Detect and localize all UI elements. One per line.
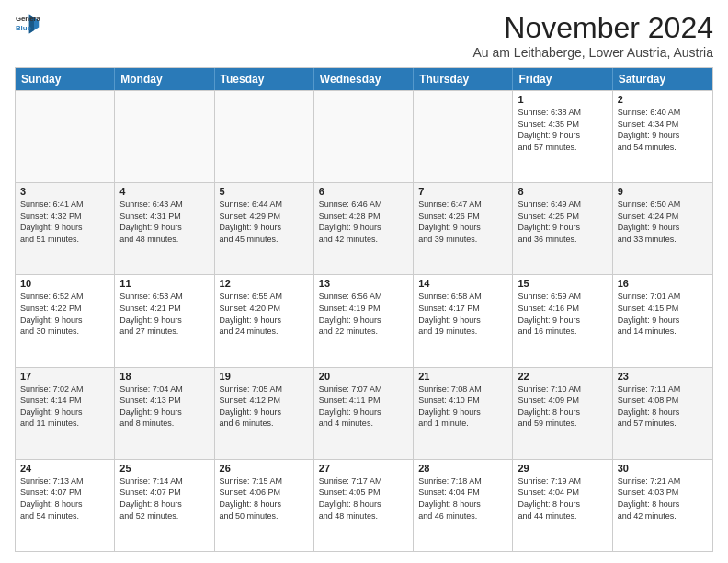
logo-icon: General Blue [15,11,40,37]
cal-cell: 7Sunrise: 6:47 AM Sunset: 4:26 PM Daylig… [414,183,513,274]
day-number: 28 [418,463,507,474]
day-number: 27 [319,463,408,474]
header-day-saturday: Saturday [613,68,712,90]
cal-cell [215,91,314,182]
day-info: Sunrise: 7:07 AM Sunset: 4:11 PM Dayligh… [319,384,408,430]
calendar-header: SundayMondayTuesdayWednesdayThursdayFrid… [16,68,712,90]
cal-cell: 16Sunrise: 7:01 AM Sunset: 4:15 PM Dayli… [613,275,712,366]
day-number: 3 [20,186,109,197]
cal-cell: 4Sunrise: 6:43 AM Sunset: 4:31 PM Daylig… [115,183,214,274]
cal-cell [115,91,214,182]
calendar: SundayMondayTuesdayWednesdayThursdayFrid… [15,67,713,552]
day-info: Sunrise: 7:17 AM Sunset: 4:05 PM Dayligh… [319,476,408,522]
day-number: 1 [518,94,607,105]
svg-text:General: General [16,15,40,23]
day-info: Sunrise: 6:55 AM Sunset: 4:20 PM Dayligh… [220,291,309,337]
cal-cell: 22Sunrise: 7:10 AM Sunset: 4:09 PM Dayli… [513,368,612,459]
week-row-4: 24Sunrise: 7:13 AM Sunset: 4:07 PM Dayli… [16,459,712,551]
day-number: 26 [220,463,309,474]
cal-cell: 30Sunrise: 7:21 AM Sunset: 4:03 PM Dayli… [613,460,712,551]
day-info: Sunrise: 7:18 AM Sunset: 4:04 PM Dayligh… [418,476,507,522]
day-number: 2 [618,94,708,105]
day-info: Sunrise: 6:41 AM Sunset: 4:32 PM Dayligh… [20,199,109,245]
day-number: 17 [20,371,109,382]
cal-cell: 2Sunrise: 6:40 AM Sunset: 4:34 PM Daylig… [613,91,712,182]
day-info: Sunrise: 6:44 AM Sunset: 4:29 PM Dayligh… [220,199,309,245]
day-info: Sunrise: 7:19 AM Sunset: 4:04 PM Dayligh… [518,476,607,522]
subtitle: Au am Leithaberge, Lower Austria, Austri… [473,45,713,60]
day-info: Sunrise: 6:46 AM Sunset: 4:28 PM Dayligh… [319,199,408,245]
cal-cell: 17Sunrise: 7:02 AM Sunset: 4:14 PM Dayli… [16,368,115,459]
day-info: Sunrise: 6:38 AM Sunset: 4:35 PM Dayligh… [518,107,607,153]
cal-cell: 24Sunrise: 7:13 AM Sunset: 4:07 PM Dayli… [16,460,115,551]
week-row-3: 17Sunrise: 7:02 AM Sunset: 4:14 PM Dayli… [16,367,712,459]
day-info: Sunrise: 7:08 AM Sunset: 4:10 PM Dayligh… [418,384,507,430]
cal-cell: 10Sunrise: 6:52 AM Sunset: 4:22 PM Dayli… [16,275,115,366]
day-info: Sunrise: 6:47 AM Sunset: 4:26 PM Dayligh… [418,199,507,245]
cal-cell: 23Sunrise: 7:11 AM Sunset: 4:08 PM Dayli… [613,368,712,459]
header: General Blue November 2024 Au am Leithab… [15,11,713,60]
day-number: 21 [418,371,507,382]
day-info: Sunrise: 6:56 AM Sunset: 4:19 PM Dayligh… [319,291,408,337]
header-day-sunday: Sunday [16,68,115,90]
day-number: 23 [618,371,708,382]
day-info: Sunrise: 6:52 AM Sunset: 4:22 PM Dayligh… [20,291,109,337]
cal-cell: 20Sunrise: 7:07 AM Sunset: 4:11 PM Dayli… [314,368,414,459]
day-info: Sunrise: 7:21 AM Sunset: 4:03 PM Dayligh… [618,476,708,522]
day-number: 11 [119,278,209,289]
day-info: Sunrise: 7:11 AM Sunset: 4:08 PM Dayligh… [618,384,708,430]
day-info: Sunrise: 6:43 AM Sunset: 4:31 PM Dayligh… [119,199,209,245]
day-number: 16 [618,278,708,289]
logo: General Blue [15,11,40,37]
day-info: Sunrise: 6:59 AM Sunset: 4:16 PM Dayligh… [518,291,607,337]
day-number: 5 [220,186,309,197]
header-day-monday: Monday [115,68,214,90]
header-day-tuesday: Tuesday [215,68,314,90]
day-number: 22 [518,371,607,382]
day-number: 25 [119,463,209,474]
title-block: November 2024 Au am Leithaberge, Lower A… [473,11,713,60]
day-info: Sunrise: 7:13 AM Sunset: 4:07 PM Dayligh… [20,476,109,522]
day-number: 29 [518,463,607,474]
day-info: Sunrise: 7:01 AM Sunset: 4:15 PM Dayligh… [618,291,708,337]
cal-cell: 13Sunrise: 6:56 AM Sunset: 4:19 PM Dayli… [314,275,414,366]
main-title: November 2024 [473,11,713,45]
cal-cell: 5Sunrise: 6:44 AM Sunset: 4:29 PM Daylig… [215,183,314,274]
day-number: 24 [20,463,109,474]
day-number: 20 [319,371,408,382]
cal-cell: 8Sunrise: 6:49 AM Sunset: 4:25 PM Daylig… [513,183,612,274]
week-row-0: 1Sunrise: 6:38 AM Sunset: 4:35 PM Daylig… [16,90,712,182]
cal-cell: 6Sunrise: 6:46 AM Sunset: 4:28 PM Daylig… [314,183,414,274]
cal-cell [314,91,414,182]
cal-cell [16,91,115,182]
header-day-thursday: Thursday [414,68,513,90]
day-info: Sunrise: 7:05 AM Sunset: 4:12 PM Dayligh… [220,384,309,430]
cal-cell: 1Sunrise: 6:38 AM Sunset: 4:35 PM Daylig… [513,91,612,182]
cal-cell: 26Sunrise: 7:15 AM Sunset: 4:06 PM Dayli… [215,460,314,551]
day-info: Sunrise: 7:04 AM Sunset: 4:13 PM Dayligh… [119,384,209,430]
day-number: 18 [119,371,209,382]
day-info: Sunrise: 7:14 AM Sunset: 4:07 PM Dayligh… [119,476,209,522]
day-number: 8 [518,186,607,197]
day-info: Sunrise: 7:02 AM Sunset: 4:14 PM Dayligh… [20,384,109,430]
cal-cell: 14Sunrise: 6:58 AM Sunset: 4:17 PM Dayli… [414,275,513,366]
day-number: 4 [119,186,209,197]
cal-cell: 3Sunrise: 6:41 AM Sunset: 4:32 PM Daylig… [16,183,115,274]
day-number: 6 [319,186,408,197]
page: General Blue November 2024 Au am Leithab… [0,0,728,563]
day-info: Sunrise: 7:10 AM Sunset: 4:09 PM Dayligh… [518,384,607,430]
day-number: 7 [418,186,507,197]
day-number: 12 [220,278,309,289]
day-number: 10 [20,278,109,289]
day-number: 13 [319,278,408,289]
cal-cell: 28Sunrise: 7:18 AM Sunset: 4:04 PM Dayli… [414,460,513,551]
week-row-1: 3Sunrise: 6:41 AM Sunset: 4:32 PM Daylig… [16,182,712,274]
day-info: Sunrise: 7:15 AM Sunset: 4:06 PM Dayligh… [220,476,309,522]
header-day-friday: Friday [513,68,612,90]
cal-cell: 18Sunrise: 7:04 AM Sunset: 4:13 PM Dayli… [115,368,214,459]
day-number: 30 [618,463,708,474]
cal-cell: 19Sunrise: 7:05 AM Sunset: 4:12 PM Dayli… [215,368,314,459]
week-row-2: 10Sunrise: 6:52 AM Sunset: 4:22 PM Dayli… [16,274,712,366]
day-info: Sunrise: 6:40 AM Sunset: 4:34 PM Dayligh… [618,107,708,153]
calendar-body: 1Sunrise: 6:38 AM Sunset: 4:35 PM Daylig… [16,90,712,551]
